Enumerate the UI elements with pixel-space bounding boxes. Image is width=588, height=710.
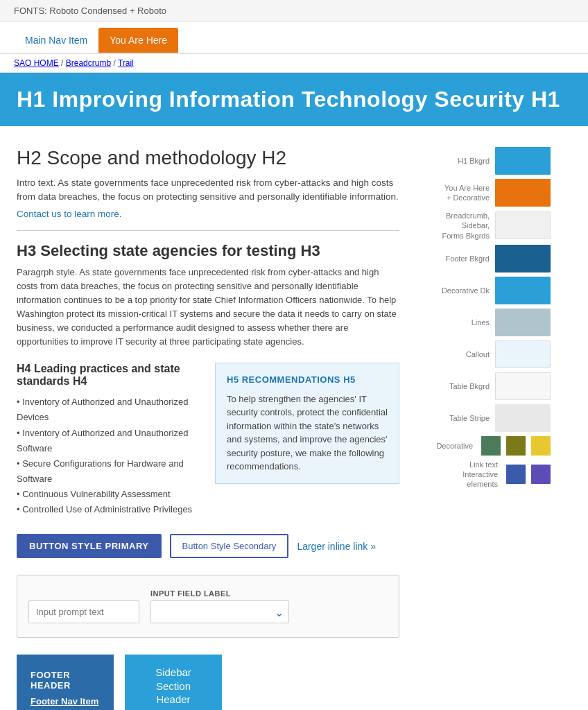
sidebar-header-title: Sidebar Section Header <box>139 666 208 707</box>
palette-footer-label: Footer Bkgrd <box>434 254 490 263</box>
col-right: H5 RECOMMENDATIONS H5 To help strengthen… <box>215 363 399 517</box>
content-area: H2 Scope and methodology H2 Intro text. … <box>0 140 416 710</box>
callout-text: To help strengthen the agencies' IT secu… <box>227 392 388 474</box>
palette-decorative-label: Decorative <box>427 441 473 451</box>
footer-nav-item[interactable]: Footer Nav Item <box>31 696 100 707</box>
breadcrumb-home[interactable]: SAO HOME <box>14 58 59 68</box>
palette-breadcrumb-label: Breadcrumb,Sidebar,Forms Bkgrds <box>434 211 490 241</box>
dropdown-select[interactable] <box>150 600 289 623</box>
palette-table-bkgrd-label: Table Bkgrd <box>434 381 490 391</box>
palette-you-are-here: You Are Here+ Decorative <box>427 179 551 207</box>
palette-decorative-multi: Decorative <box>427 436 551 456</box>
list-item: Controlled Use of Administrative Privile… <box>17 502 201 517</box>
section-divider <box>17 230 399 231</box>
palette-link-label: Link textInteractive elements <box>442 460 498 490</box>
select-group: INPUT FIELD LABEL ⌄ <box>150 589 289 623</box>
h1-banner: H1 Improving Information Technology Secu… <box>0 73 588 126</box>
page-title: H1 Improving Information Technology Secu… <box>17 87 571 112</box>
list-item: Inventory of Authorized and Unauthorized… <box>17 426 201 456</box>
palette-dec-dk-label: Decorative Dk <box>434 286 490 295</box>
palette-callout-swatch <box>495 340 551 368</box>
primary-button[interactable]: BUTTON STYLE PRIMARY <box>17 534 162 558</box>
sidebar-box: Sidebar Section Header <box>125 655 222 710</box>
footer-section: FOOTER HEADER Footer Nav Item Sidebar Se… <box>17 655 399 710</box>
form-row: INPUT FIELD LABEL ⌄ <box>28 589 388 623</box>
select-wrapper: ⌄ <box>150 600 289 623</box>
palette-table-stripe-swatch <box>495 404 551 432</box>
palette-breadcrumb: Breadcrumb,Sidebar,Forms Bkgrds <box>427 211 551 241</box>
main-layout: H2 Scope and methodology H2 Intro text. … <box>0 126 588 710</box>
breadcrumb-sep1: / <box>61 58 66 68</box>
text-input-group <box>28 600 139 623</box>
h3-heading: H3 Selecting state agencies for testing … <box>17 242 399 260</box>
inline-link[interactable]: Larger inline link » <box>297 541 376 552</box>
breadcrumb-trail[interactable]: Trail <box>118 58 134 68</box>
palette-callout-label: Callout <box>434 349 490 359</box>
palette-link-swatch-2 <box>531 465 551 484</box>
palette-decorative-dk: Decorative Dk <box>427 277 551 304</box>
secondary-button[interactable]: Button Style Secondary <box>170 534 289 558</box>
input-field-label: INPUT FIELD LABEL <box>150 589 289 598</box>
palette-lines: Lines <box>427 309 551 336</box>
palette-table-bkgrd: Table Bkgrd <box>427 372 551 400</box>
callout-box: H5 RECOMMENDATIONS H5 To help strengthen… <box>215 363 399 484</box>
palette-decorative-swatches <box>478 436 551 456</box>
palette-h1-label: H1 Bkgrd <box>434 156 490 166</box>
color-palette: H1 Bkgrd You Are Here+ Decorative Breadc… <box>416 140 562 710</box>
palette-yah-swatch <box>495 179 551 207</box>
col-left: H4 Leading practices and state standards… <box>17 363 201 517</box>
palette-table-stripe: Table Stripe <box>427 404 551 432</box>
palette-table-stripe-label: Table Stripe <box>434 413 490 423</box>
footer-title: FOOTER HEADER <box>31 670 100 691</box>
bullet-list: Inventory of Authorized and Unauthorized… <box>17 395 201 517</box>
palette-link-swatch-1 <box>506 465 526 484</box>
breadcrumb-crumb1[interactable]: Breadcrumb <box>66 58 111 68</box>
h4-heading: H4 Leading practices and state standards… <box>17 363 201 388</box>
palette-breadcrumb-swatch <box>495 211 551 239</box>
palette-table-bkgrd-swatch <box>495 372 551 400</box>
list-item: Inventory of Authorized and Unauthorized… <box>17 395 201 425</box>
main-nav-item[interactable]: Main Nav Item <box>14 28 98 53</box>
palette-dec-swatch-3 <box>531 436 551 456</box>
callout-heading: H5 RECOMMENDATIONS H5 <box>227 373 388 387</box>
fonts-bar: FONTS: Roboto Condensed + Roboto <box>0 0 588 22</box>
palette-link-swatches <box>503 465 551 484</box>
paragraph-text: Paragrph style. As state governments fac… <box>17 266 399 349</box>
two-col-section: H4 Leading practices and state standards… <box>17 363 399 517</box>
palette-callout: Callout <box>427 340 551 368</box>
h2-heading: H2 Scope and methodology H2 <box>17 147 399 169</box>
form-section: INPUT FIELD LABEL ⌄ <box>17 575 399 638</box>
footer-box: FOOTER HEADER Footer Nav Item <box>17 655 114 710</box>
palette-yah-label: You Are Here+ Decorative <box>434 183 490 203</box>
palette-footer-swatch <box>495 245 551 272</box>
palette-h1-swatch <box>495 147 551 175</box>
fonts-label: FONTS: Roboto Condensed + Roboto <box>14 6 166 16</box>
intro-text: Intro text. As state governments face un… <box>17 176 399 205</box>
palette-lines-swatch <box>495 309 551 336</box>
palette-dec-dk-swatch <box>495 277 551 304</box>
list-item: Continuous Vulnerability Assessment <box>17 487 201 502</box>
text-input[interactable] <box>28 600 139 623</box>
contact-link[interactable]: Contact us to learn more. <box>17 209 399 219</box>
breadcrumb-bar: SAO HOME / Breadcrumb / Trail <box>0 54 588 73</box>
palette-dec-swatch-2 <box>506 436 526 456</box>
buttons-row: BUTTON STYLE PRIMARY Button Style Second… <box>17 534 399 558</box>
nav-active-item[interactable]: You Are Here <box>98 28 178 53</box>
palette-footer: Footer Bkgrd <box>427 245 551 272</box>
main-nav: Main Nav Item You Are Here <box>0 22 588 54</box>
palette-h1-bkgrd: H1 Bkgrd <box>427 147 551 175</box>
palette-dec-swatch-1 <box>481 436 501 456</box>
palette-link-text-multi: Link textInteractive elements <box>427 460 551 490</box>
palette-lines-label: Lines <box>434 318 490 327</box>
list-item: Secure Configurations for Hardware and S… <box>17 456 201 487</box>
